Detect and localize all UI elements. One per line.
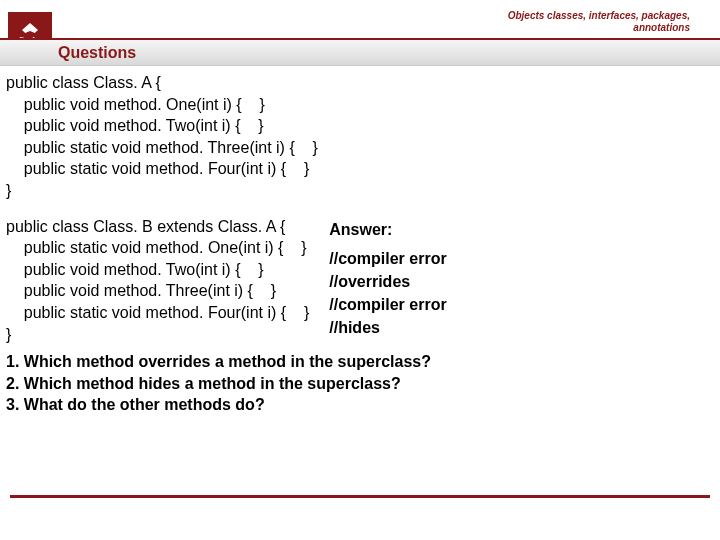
- code-line: public static void method. Three(int i) …: [6, 137, 710, 159]
- code-line: public static void method. Four(int i) {…: [6, 158, 710, 180]
- class-b-with-answers: public class Class. B extends Class. A {…: [6, 216, 710, 346]
- title-bar: Questions: [0, 38, 720, 66]
- answer-line: //overrides: [329, 270, 446, 293]
- code-line: public void method. Two(int i) { }: [6, 115, 710, 137]
- code-line: }: [6, 180, 710, 202]
- code-line: public class Class. B extends Class. A {: [6, 216, 309, 238]
- code-line: public void method. Two(int i) { }: [6, 259, 309, 281]
- question-2: 2. Which method hides a method in the su…: [6, 373, 710, 395]
- slide-content: public class Class. A { public void meth…: [6, 72, 710, 416]
- topic-line1: Objects classes, interfaces, packages,: [508, 10, 690, 21]
- code-line: public void method. Three(int i) { }: [6, 280, 309, 302]
- code-line: public static void method. One(int i) { …: [6, 237, 309, 259]
- code-line: public void method. One(int i) { }: [6, 94, 710, 116]
- eagle-icon: [22, 23, 38, 33]
- class-b-code: public class Class. B extends Class. A {…: [6, 216, 309, 346]
- code-line: public static void method. Four(int i) {…: [6, 302, 309, 324]
- answer-column: Answer: //compiler error //overrides //c…: [329, 216, 446, 346]
- code-line: }: [6, 324, 309, 346]
- questions-list: 1. Which method overrides a method in th…: [6, 351, 710, 416]
- question-3: 3. What do the other methods do?: [6, 394, 710, 416]
- code-line: public class Class. A {: [6, 72, 710, 94]
- topic-line2: annotations: [633, 22, 690, 33]
- class-a-code: public class Class. A { public void meth…: [6, 72, 710, 202]
- footer-divider: [10, 495, 710, 498]
- page-title: Questions: [58, 44, 136, 62]
- slide-topic: Objects classes, interfaces, packages, a…: [508, 10, 690, 34]
- answer-line: //compiler error: [329, 293, 446, 316]
- answer-heading: Answer:: [329, 218, 446, 241]
- answer-line: //hides: [329, 316, 446, 339]
- question-1: 1. Which method overrides a method in th…: [6, 351, 710, 373]
- answer-line: //compiler error: [329, 247, 446, 270]
